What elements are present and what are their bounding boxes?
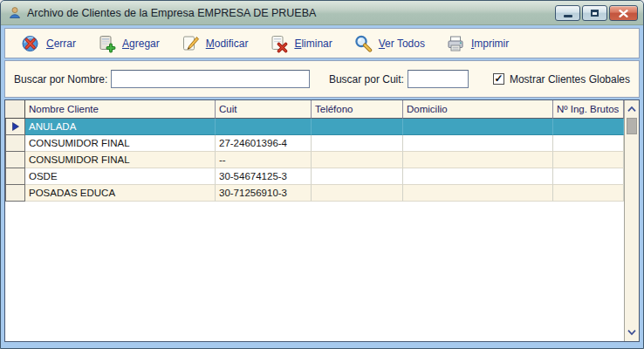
current-row-marker-icon	[12, 122, 19, 131]
table-cell	[312, 152, 403, 168]
chevron-down-icon	[627, 329, 637, 336]
table-cell: 30-54674125-3	[216, 168, 312, 185]
global-clients-checkbox[interactable]: ✓ Mostrar Clientes Globales	[493, 73, 630, 86]
table-row[interactable]: CONSUMIDOR FINAL--	[5, 152, 624, 168]
column-header-2[interactable]: Cuit	[216, 100, 312, 119]
table-cell: CONSUMIDOR FINAL	[25, 135, 216, 152]
vertical-scrollbar[interactable]	[624, 100, 639, 341]
eliminar-button[interactable]: Eliminar	[269, 34, 332, 53]
grid-corner-cell	[5, 100, 25, 119]
table-row[interactable]: POSADAS EDUCA30-71256910-3	[5, 185, 624, 202]
table-cell	[312, 168, 403, 185]
search-cuit-input[interactable]	[408, 70, 469, 88]
edit-record-icon	[181, 34, 200, 53]
modificar-button[interactable]: Modificar	[181, 34, 249, 53]
table-cell: OSDE	[25, 168, 216, 185]
table-cell	[403, 119, 553, 135]
table-row[interactable]: CONSUMIDOR FINAL27-24601396-4	[5, 135, 624, 152]
table-cell: ANULADA	[25, 119, 216, 135]
table-row[interactable]: ANULADA	[5, 119, 624, 135]
table-cell	[553, 119, 624, 135]
window-icon	[8, 6, 22, 20]
search-cuit-label: Buscar por Cuit:	[329, 73, 404, 86]
table-cell: CONSUMIDOR FINAL	[25, 152, 216, 168]
table-cell	[403, 152, 553, 168]
global-clients-label: Mostrar Clientes Globales	[510, 73, 630, 86]
table-cell: 27-24601396-4	[216, 135, 312, 152]
minimize-button[interactable]	[555, 5, 580, 21]
table-cell: --	[216, 152, 312, 168]
table-cell	[553, 168, 624, 185]
ver-todos-button[interactable]: Ver Todos	[353, 34, 425, 53]
grid-body: ANULADACONSUMIDOR FINAL27-24601396-4CONS…	[5, 119, 624, 202]
table-cell	[553, 185, 624, 202]
minimize-icon	[564, 15, 572, 17]
table-cell	[403, 168, 553, 185]
search-name-label: Buscar por Nombre:	[14, 73, 107, 86]
maximize-button[interactable]	[582, 5, 607, 21]
agregar-button[interactable]: Agregar	[97, 34, 160, 53]
imprimir-button[interactable]: Imprimir	[446, 34, 509, 53]
column-header-5[interactable]: Nº Ing. Brutos	[553, 100, 624, 119]
window-controls	[553, 5, 638, 21]
table-cell	[216, 119, 312, 135]
titlebar[interactable]: Archivo de Clientes de la Empresa EMPRES…	[1, 1, 643, 25]
chevron-up-icon	[627, 106, 637, 113]
grid-header: Nombre ClienteCuitTeléfonoDomicilioNº In…	[5, 100, 624, 119]
search-panel: Buscar por Nombre: Buscar por Cuit: ✓ Mo…	[4, 60, 640, 98]
scrollbar-thumb[interactable]	[627, 118, 637, 134]
table-cell: POSADAS EDUCA	[25, 185, 216, 202]
maximize-icon	[591, 10, 599, 17]
table-cell	[312, 185, 403, 202]
add-record-icon	[97, 34, 116, 53]
checkbox-icon: ✓	[493, 73, 504, 85]
close-window-icon	[21, 34, 40, 53]
scroll-up-button[interactable]	[625, 101, 639, 117]
row-indicator-cell	[5, 168, 25, 185]
app-window: Archivo de Clientes de la Empresa EMPRES…	[0, 0, 644, 349]
scroll-down-button[interactable]	[625, 325, 639, 340]
printer-icon	[446, 34, 465, 53]
table-cell	[312, 119, 403, 135]
table-cell	[403, 135, 553, 152]
row-indicator-cell	[5, 135, 25, 152]
delete-record-icon	[269, 34, 288, 53]
column-header-3[interactable]: Teléfono	[312, 100, 403, 119]
row-indicator-cell	[5, 185, 25, 202]
cerrar-button[interactable]: Cerrar	[21, 34, 76, 53]
search-icon	[353, 34, 373, 53]
row-indicator-cell	[5, 119, 25, 135]
column-header-1[interactable]: Nombre Cliente	[25, 100, 216, 119]
table-cell	[553, 152, 624, 168]
window-title: Archivo de Clientes de la Empresa EMPRES…	[27, 7, 553, 19]
table-cell	[312, 135, 403, 152]
table-cell: 30-71256910-3	[216, 185, 312, 202]
toolbar: CerrarAgregarModificarEliminarVer TodosI…	[4, 28, 640, 58]
search-name-input[interactable]	[111, 70, 310, 88]
close-button[interactable]	[609, 5, 638, 21]
table-cell	[403, 185, 553, 202]
window-body: CerrarAgregarModificarEliminarVer TodosI…	[1, 25, 643, 348]
clients-grid: Nombre ClienteCuitTeléfonoDomicilioNº In…	[4, 99, 640, 342]
close-icon	[619, 5, 628, 21]
row-indicator-cell	[5, 152, 25, 168]
table-cell	[553, 135, 624, 152]
table-row[interactable]: OSDE30-54674125-3	[5, 168, 624, 185]
column-header-4[interactable]: Domicilio	[403, 100, 553, 119]
